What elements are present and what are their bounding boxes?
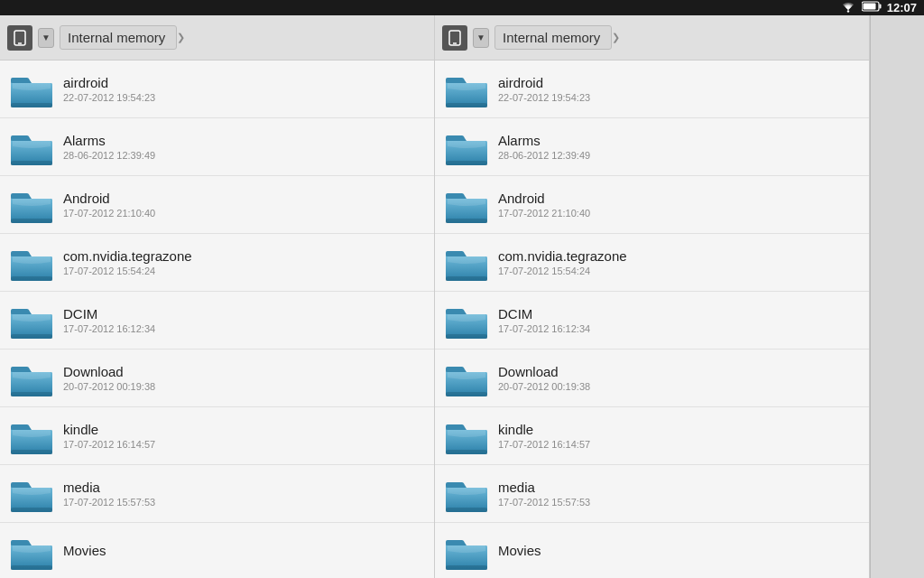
folder-icon: [9, 300, 54, 341]
file-info: Android 17-07-2012 21:10:40: [63, 191, 425, 219]
file-info: media 17-07-2012 15:57:53: [498, 480, 860, 508]
list-item[interactable]: kindle 17-07-2012 16:14:57: [0, 407, 434, 465]
file-name: DCIM: [63, 306, 425, 322]
file-date: 28-06-2012 12:39:49: [498, 150, 590, 161]
file-info: DCIM 17-07-2012 16:12:34: [498, 306, 860, 334]
list-item[interactable]: DCIM 17-07-2012 16:12:34: [0, 292, 434, 350]
list-item[interactable]: Movies: [435, 523, 869, 578]
list-item[interactable]: Download 20-07-2012 00:19:38: [0, 350, 434, 407]
list-item[interactable]: media 17-07-2012 15:57:53: [435, 465, 869, 523]
list-item[interactable]: Download 20-07-2012 00:19:38: [435, 350, 869, 407]
folder-icon: [9, 358, 54, 399]
file-date: 28-06-2012 12:39:49: [63, 150, 155, 161]
list-item[interactable]: Movies: [0, 523, 434, 578]
folder-icon: [9, 242, 54, 284]
file-name: Download: [63, 364, 425, 379]
file-info: airdroid 22-07-2012 19:54:23: [63, 75, 425, 103]
file-date: 20-07-2012 00:19:38: [63, 381, 155, 392]
file-type: 17-07-2012 16:14:57: [63, 439, 155, 450]
file-type: 17-07-2012 15:54:24: [63, 266, 155, 276]
file-info: media 17-07-2012 15:57:53: [63, 480, 425, 508]
right-panel-header: ▼ Internal memory: [435, 15, 869, 61]
left-dropdown-btn[interactable]: ▼: [38, 28, 54, 48]
file-type: 20-07-2012 00:19:38: [498, 381, 590, 392]
file-type: 17-07-2012 15:57:53: [498, 497, 590, 508]
file-name: airdroid: [63, 75, 425, 90]
file-name: kindle: [498, 422, 860, 437]
list-item[interactable]: Alarms 28-06-2012 12:39:49: [0, 118, 434, 176]
folder-icon: [444, 473, 489, 515]
folder-icon: [9, 531, 54, 573]
file-info: Movies: [63, 543, 425, 560]
right-dropdown-btn[interactable]: ▼: [473, 28, 489, 48]
file-date: 17-07-2012 15:57:53: [63, 497, 155, 508]
file-type: 17-07-2012 16:12:34: [63, 323, 155, 334]
list-item[interactable]: com.nvidia.tegrazone 17-07-2012 15:54:24: [0, 234, 434, 292]
left-panel: ▼ Internal memory: [0, 15, 435, 578]
sidebar: [870, 15, 924, 578]
svg-rect-2: [879, 5, 881, 9]
file-date: 20-07-2012 00:19:38: [498, 381, 590, 392]
right-file-list[interactable]: airdroid 22-07-2012 19:54:23: [435, 61, 869, 578]
list-item[interactable]: airdroid 22-07-2012 19:54:23: [435, 61, 869, 118]
folder-icon: [444, 300, 489, 341]
right-panel: ▼ Internal memory: [435, 15, 870, 578]
file-name: kindle: [63, 422, 425, 437]
folder-icon: [9, 69, 54, 110]
list-item[interactable]: Alarms 28-06-2012 12:39:49: [435, 118, 869, 176]
file-info: com.nvidia.tegrazone 17-07-2012 15:54:24: [63, 248, 425, 276]
file-date: 22-07-2012 19:54:23: [498, 92, 590, 103]
file-name: DCIM: [498, 306, 860, 322]
file-date: 17-07-2012 16:12:34: [63, 323, 155, 334]
file-name: com.nvidia.tegrazone: [498, 248, 860, 264]
list-item[interactable]: media 17-07-2012 15:57:53: [0, 465, 434, 523]
folder-icon: [9, 415, 54, 457]
file-name: Movies: [498, 543, 860, 558]
left-breadcrumb[interactable]: Internal memory: [60, 25, 177, 50]
folder-icon: [444, 184, 489, 226]
file-meta: 22-07-2012 19:54:23: [63, 92, 425, 103]
list-item[interactable]: kindle 17-07-2012 16:14:57: [435, 407, 869, 465]
folder-icon: [9, 473, 54, 515]
file-type: 17-07-2012 15:54:24: [498, 266, 590, 276]
file-meta: 22-07-2012 19:54:23: [498, 92, 860, 103]
battery-icon: [862, 1, 882, 14]
file-name: com.nvidia.tegrazone: [63, 248, 425, 264]
file-name: airdroid: [498, 75, 860, 90]
file-name: Download: [498, 364, 860, 379]
file-date: 17-07-2012 16:12:34: [498, 323, 590, 334]
file-meta: 28-06-2012 12:39:49: [498, 150, 860, 161]
list-item[interactable]: Android 17-07-2012 21:10:40: [435, 176, 869, 234]
file-meta: 17-07-2012 16:14:57: [63, 439, 425, 450]
file-type: 20-07-2012 00:19:38: [63, 381, 155, 392]
file-name: Movies: [63, 543, 425, 558]
folder-icon: [9, 126, 54, 168]
list-item[interactable]: airdroid 22-07-2012 19:54:23: [0, 61, 434, 118]
file-name: Alarms: [63, 133, 425, 148]
folder-icon: [444, 415, 489, 457]
list-item[interactable]: DCIM 17-07-2012 16:12:34: [435, 292, 869, 350]
folder-icon: [444, 531, 489, 573]
file-name: Alarms: [498, 133, 860, 148]
file-info: Android 17-07-2012 21:10:40: [498, 191, 860, 219]
file-info: airdroid 22-07-2012 19:54:23: [498, 75, 860, 103]
file-meta: 17-07-2012 16:14:57: [498, 439, 860, 450]
list-item[interactable]: Android 17-07-2012 21:10:40: [0, 176, 434, 234]
main-content: ▼ Internal memory: [0, 15, 924, 578]
file-info: kindle 17-07-2012 16:14:57: [498, 422, 860, 450]
file-meta: 20-07-2012 00:19:38: [498, 381, 860, 392]
file-meta: 17-07-2012 16:12:34: [63, 323, 425, 334]
svg-rect-3: [863, 4, 875, 10]
right-breadcrumb[interactable]: Internal memory: [494, 25, 612, 50]
list-item[interactable]: com.nvidia.tegrazone 17-07-2012 15:54:24: [435, 234, 869, 292]
file-type: 28-06-2012 12:39:49: [498, 150, 590, 161]
file-meta: 28-06-2012 12:39:49: [63, 150, 425, 161]
file-date: 22-07-2012 19:54:23: [63, 92, 155, 103]
file-date: 17-07-2012 21:10:40: [498, 208, 590, 219]
left-device-icon: [7, 25, 32, 51]
left-file-list[interactable]: airdroid 22-07-2012 19:54:23: [0, 61, 434, 578]
status-bar: 12:07: [0, 0, 924, 15]
file-meta: 17-07-2012 16:12:34: [498, 323, 860, 334]
file-name: Android: [63, 191, 425, 206]
file-date: 17-07-2012 15:54:24: [498, 266, 590, 276]
